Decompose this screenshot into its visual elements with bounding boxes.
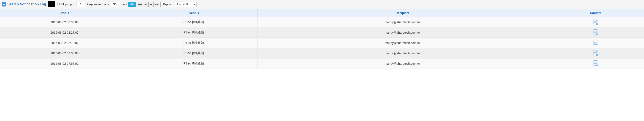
col-recipient-label: Recipient [396,11,409,15]
cell-event: IPSec 切換通知 [129,48,258,58]
toolbar: ▶ Search Notification Log 1 / 34 jump to… [0,0,644,9]
col-header-content: Content [548,9,644,17]
go-button[interactable]: GO [128,2,136,7]
sort-icon-event: ⇕ [197,12,199,14]
col-header-recipient: Recipient [258,9,548,17]
cell-event: IPSec 切換通知 [129,28,258,38]
cell-event: IPSec 切換通知 [129,58,258,69]
cell-recipient: mandy@sharetech.com.tw [258,38,548,48]
col-event-label: Event [188,11,196,15]
rows-input[interactable] [111,2,119,7]
table-row: 2016-03-02 08:27:07IPSec 切換通知mandy@share… [0,28,644,38]
cell-event: IPSec 切換通知 [129,17,258,28]
page-every-label: Page every page [86,2,109,6]
cell-date: 2016-03-02 08:27:07 [0,28,129,38]
nav-buttons: ◀◀ ◀ ▶ ▶▶ [137,2,159,7]
total-pages: 34 [60,2,64,6]
cell-content[interactable] [548,58,644,69]
cell-content[interactable] [548,48,644,58]
page-slash: / [59,2,60,6]
nav-next-button[interactable]: ▶ [148,2,154,7]
page-title: Search Notification Log [7,2,46,6]
table-row: 2016-03-02 08:06:03IPSec 切換通知mandy@share… [0,48,644,58]
col-header-date[interactable]: Date ⇕ [0,9,129,17]
table-header: Date ⇕ Event ⇕ Recipient Content [0,9,644,17]
sort-icon-date: ⇕ [68,12,70,14]
arrow-icon: ▶ [3,3,5,6]
col-date-label: Date [60,11,66,15]
export-select[interactable]: Export All Export Page [175,2,197,7]
notification-log-table: Date ⇕ Event ⇕ Recipient Content 2016-03… [0,9,644,69]
content-document-icon[interactable] [593,60,598,67]
cell-recipient: mandy@sharetech.com.tw [258,48,548,58]
black-indicator-box [48,1,55,7]
content-document-icon[interactable] [593,50,598,56]
table-row: 2016-03-02 08:18:02IPSec 切換通知mandy@share… [0,38,644,48]
content-document-icon[interactable] [593,40,598,46]
cell-content[interactable] [548,17,644,28]
nav-first-button[interactable]: ◀◀ [137,2,142,7]
table-body: 2016-03-02 08:36:03IPSec 切換通知mandy@share… [0,17,644,69]
col-content-label: Content [590,11,601,15]
nav-last-button[interactable]: ▶▶ [154,2,159,7]
cell-recipient: mandy@sharetech.com.tw [258,17,548,28]
cell-date: 2016-03-02 07:57:02 [0,58,129,69]
col-header-event[interactable]: Event ⇕ [129,9,258,17]
cell-content[interactable] [548,28,644,38]
collapse-arrow[interactable]: ▶ [2,2,6,6]
rows-label: rows [120,2,127,6]
table-row: 2016-03-02 08:36:03IPSec 切換通知mandy@share… [0,17,644,28]
cell-content[interactable] [548,38,644,48]
content-document-icon[interactable] [593,19,598,25]
cell-event: IPSec 切換通知 [129,38,258,48]
cell-date: 2016-03-02 08:06:03 [0,48,129,58]
export-button[interactable]: Export [160,2,174,7]
cell-recipient: mandy@sharetech.com.tw [258,28,548,38]
cell-date: 2016-03-02 08:18:02 [0,38,129,48]
jump-label: jump to [65,2,75,6]
cell-recipient: mandy@sharetech.com.tw [258,58,548,69]
content-document-icon[interactable] [593,29,598,36]
page-indicator: 1 / 34 [56,2,64,6]
nav-prev-button[interactable]: ◀ [143,2,148,7]
jump-input[interactable] [76,2,85,7]
cell-date: 2016-03-02 08:36:03 [0,17,129,28]
table-row: 2016-03-02 07:57:02IPSec 切換通知mandy@share… [0,58,644,69]
current-page: 1 [56,2,58,6]
header-row: Date ⇕ Event ⇕ Recipient Content [0,9,644,17]
